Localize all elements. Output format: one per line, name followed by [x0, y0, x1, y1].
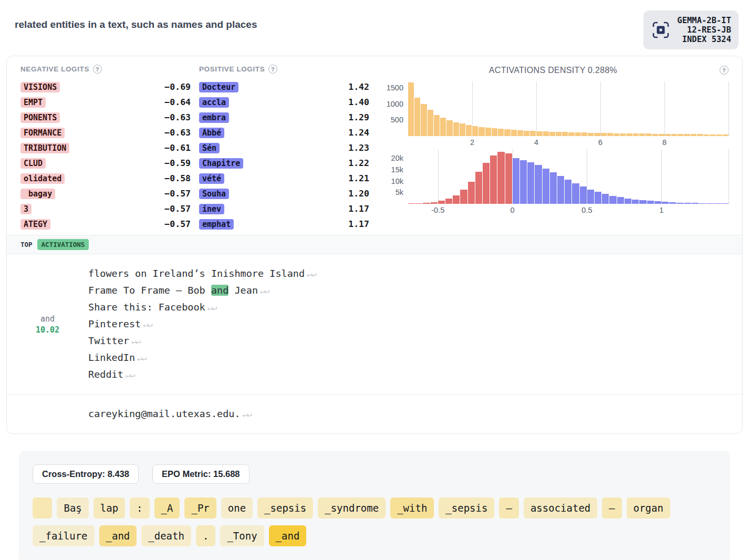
density-header: ACTIVATIONS DENSITY 0.288% ? — [378, 66, 729, 75]
positive-logits-header: POSITIVE LOGITS ? — [199, 65, 369, 74]
newline-mark-icon: ↵↵ — [123, 370, 134, 380]
histogram-bar — [625, 199, 631, 204]
token-pill[interactable] — [33, 497, 52, 518]
newline-mark-icon: ↵↵ — [241, 409, 252, 419]
density-histogram-lower[interactable]: 20k15k10k5k -0.500.51 — [378, 149, 729, 217]
negative-logit-row: FORMANCE−0.63 — [20, 125, 191, 140]
negative-logit-token[interactable]: PONENTS — [20, 112, 60, 123]
positive-logits-section: POSITIVE LOGITS ? Docteur1.42accla1.40em… — [199, 65, 369, 232]
help-icon[interactable]: ? — [93, 65, 102, 74]
token-pill[interactable]: lap — [93, 497, 125, 518]
histogram-bar — [483, 163, 490, 204]
positive-logit-token[interactable]: embra — [199, 112, 229, 123]
positive-logit-token[interactable]: Docteur — [199, 82, 238, 92]
text-segment: LinkedIn — [88, 352, 135, 363]
histogram-bar — [556, 132, 561, 136]
positive-logit-token[interactable]: vété — [199, 173, 224, 184]
negative-logit-row: CLUD−0.59 — [20, 155, 191, 171]
negative-logit-row: olidated−0.58 — [20, 171, 191, 186]
negative-logit-token[interactable]: bagay — [20, 189, 55, 199]
positive-logit-token[interactable]: inev — [199, 204, 224, 214]
feature-description: related entities in a text, such as name… — [15, 11, 257, 30]
histogram-bar — [460, 123, 465, 136]
token-pill[interactable]: _and — [269, 525, 307, 546]
y-tick-label: 500 — [391, 116, 403, 124]
histogram-bar — [453, 122, 459, 136]
activation-line: Frame To Frame — Bob and Jean↵↵ — [88, 282, 316, 299]
histogram-bar — [421, 104, 426, 136]
histogram-bar — [485, 128, 491, 136]
activations-tab-badge[interactable]: ACTIVATIONS — [37, 239, 89, 250]
histogram-bar — [572, 183, 579, 204]
activation-text: careyking@mail.utexas.edu.↵↵ — [88, 406, 252, 422]
x-tick-label: 0 — [511, 206, 515, 214]
token-pill[interactable]: _failure — [33, 525, 95, 546]
token-pill[interactable]: _Pr — [184, 497, 216, 518]
negative-logits-list: VISIONS−0.69EMPT−0.64PONENTS−0.63FORMANC… — [20, 79, 191, 232]
token-pill[interactable]: _A — [154, 497, 180, 518]
histogram-bar — [549, 132, 555, 136]
x-tick-label: 8 — [662, 138, 667, 147]
positive-logit-token[interactable]: accla — [199, 97, 229, 108]
highlighted-token[interactable]: and — [211, 285, 228, 296]
negative-logit-value: −0.59 — [164, 158, 191, 168]
token-pill[interactable]: _and — [99, 525, 137, 546]
newline-mark-icon: ↵↵ — [141, 319, 152, 329]
plot-area: 2468 — [408, 81, 729, 149]
negative-logit-token[interactable]: EMPT — [20, 97, 46, 108]
token-pill[interactable]: one — [221, 497, 253, 518]
token-pill[interactable]: Baş — [57, 497, 88, 518]
token-pill[interactable]: _Tony — [220, 525, 264, 546]
histogram-bar — [609, 196, 616, 204]
negative-logits-section: NEGATIVE LOGITS ? VISIONS−0.69EMPT−0.64P… — [20, 65, 191, 232]
token-pill[interactable]: associated — [524, 497, 597, 518]
negative-logit-token[interactable]: ATEGY — [20, 219, 50, 230]
negative-logit-token[interactable]: FORMANCE — [20, 128, 65, 138]
help-icon[interactable]: ? — [720, 66, 729, 75]
positive-logit-token[interactable]: Chapitre — [199, 158, 243, 169]
negative-logit-token[interactable]: VISIONS — [20, 82, 60, 92]
positive-logit-row: inev1.17 — [199, 201, 369, 216]
token-pill[interactable]: – — [602, 497, 621, 518]
token-pill[interactable]: _sepsis — [439, 497, 494, 518]
token-pill[interactable]: – — [499, 497, 518, 518]
token-pill[interactable]: . — [196, 525, 215, 546]
negative-logit-row: VISIONS−0.69 — [20, 79, 191, 95]
metric-badge: EPO Metric: 15.688 — [152, 464, 249, 484]
density-histogram-upper[interactable]: 15001000500 2468 — [378, 81, 729, 149]
histogram-bar — [543, 131, 549, 136]
token-pill[interactable]: _sepsis — [257, 497, 313, 518]
activation-line: Twitter↵↵ — [88, 333, 316, 349]
token-pill[interactable]: _syndrome — [318, 497, 386, 518]
negative-logit-value: −0.58 — [164, 173, 191, 183]
x-tick-label: 2 — [470, 138, 474, 147]
positive-logit-token[interactable]: emphat — [199, 219, 234, 230]
negative-logits-header: NEGATIVE LOGITS ? — [20, 65, 191, 74]
model-badge[interactable]: GEMMA-2B-IT12-RES-JBINDEX 5324 — [643, 11, 738, 49]
negative-logit-token[interactable]: CLUD — [20, 158, 46, 169]
negative-logit-value: −0.57 — [164, 219, 191, 229]
negative-logit-token[interactable]: TRIBUTION — [20, 143, 69, 153]
chip-icon — [651, 20, 671, 40]
token-pill[interactable]: organ — [627, 497, 670, 518]
token-pill[interactable]: _death — [141, 525, 191, 546]
histogram-bar — [408, 82, 414, 136]
histogram-bars — [408, 149, 729, 204]
help-icon[interactable]: ? — [268, 65, 277, 74]
token-pill[interactable]: : — [130, 497, 149, 518]
y-tick-label: 20k — [391, 154, 403, 162]
histogram-bar — [550, 172, 557, 204]
positive-logit-token[interactable]: Abbé — [199, 128, 224, 138]
y-tick-label: 1000 — [387, 100, 403, 108]
positive-logit-token[interactable]: Sén — [199, 143, 220, 153]
negative-logit-token[interactable]: olidated — [20, 173, 65, 184]
histogram-bars — [408, 81, 729, 136]
positive-logit-token[interactable]: Souha — [199, 189, 229, 199]
header: related entities in a text, such as name… — [0, 0, 749, 56]
positive-logit-value: 1.42 — [348, 82, 369, 92]
negative-logit-token[interactable]: 3 — [20, 204, 32, 214]
token-pill[interactable]: _with — [390, 497, 434, 518]
newline-mark-icon: ↵↵ — [135, 353, 146, 363]
activation-item: and10.02flowers on Ireland’s Inishmore I… — [7, 254, 742, 394]
newline-mark-icon: ↵↵ — [129, 336, 140, 346]
